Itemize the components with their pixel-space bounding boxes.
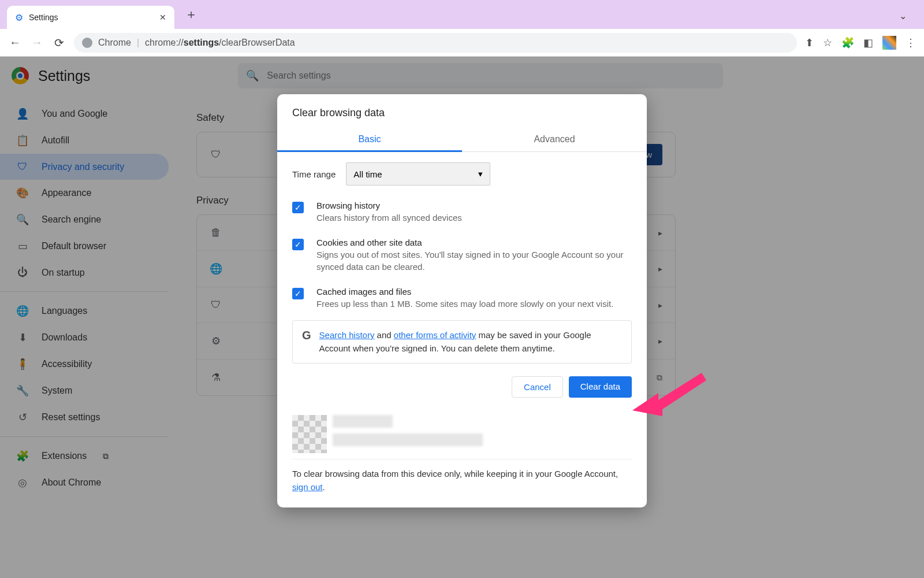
new-tab-button[interactable]: ＋ xyxy=(185,6,198,23)
tab-title: Settings xyxy=(29,13,154,22)
bookmark-star-icon[interactable]: ☆ xyxy=(823,36,832,49)
tab-strip: ⚙ Settings ✕ ＋ ⌄ xyxy=(0,0,924,29)
tab-advanced[interactable]: Advanced xyxy=(462,127,647,151)
toolbar: ← → ⟳ Chrome | chrome://settings/clearBr… xyxy=(0,29,924,57)
forward-button[interactable]: → xyxy=(30,36,44,49)
back-button[interactable]: ← xyxy=(8,36,22,49)
google-g-icon: G xyxy=(302,329,311,343)
browser-tab[interactable]: ⚙ Settings ✕ xyxy=(7,6,174,29)
google-notice-text: Search history and other forms of activi… xyxy=(319,329,622,355)
clear-data-button[interactable]: Clear data xyxy=(569,376,632,398)
kebab-menu-icon[interactable]: ⋮ xyxy=(906,36,916,49)
clear-browsing-data-dialog: Clear browsing data Basic Advanced Time … xyxy=(277,94,647,507)
dropdown-caret-icon: ▾ xyxy=(478,169,483,179)
check-row-1: ✓Cookies and other site dataSigns you ou… xyxy=(292,232,632,281)
omnibox-divider: | xyxy=(137,38,139,48)
site-info-icon[interactable] xyxy=(82,38,92,48)
extensions-puzzle-icon[interactable]: 🧩 xyxy=(841,36,854,49)
address-bar[interactable]: Chrome | chrome://settings/clearBrowserD… xyxy=(74,33,797,53)
check-title: Cached images and files xyxy=(316,287,613,297)
close-tab-icon[interactable]: ✕ xyxy=(159,13,166,22)
tab-basic[interactable]: Basic xyxy=(277,127,462,151)
checkbox[interactable]: ✓ xyxy=(292,288,304,299)
other-activity-link[interactable]: other forms of activity xyxy=(394,330,476,340)
sign-out-footnote: To clear browsing data from this device … xyxy=(277,464,647,502)
dialog-tabs: Basic Advanced xyxy=(277,127,647,152)
time-range-select[interactable]: All time ▾ xyxy=(346,162,490,186)
google-account-notice: G Search history and other forms of acti… xyxy=(292,320,632,364)
checkbox[interactable]: ✓ xyxy=(292,239,304,250)
check-row-2: ✓Cached images and filesFrees up less th… xyxy=(292,281,632,318)
tab-dropdown-icon[interactable]: ⌄ xyxy=(899,10,907,21)
reload-button[interactable]: ⟳ xyxy=(52,36,66,50)
time-range-value: All time xyxy=(353,169,382,179)
profile-avatar[interactable] xyxy=(882,36,896,50)
share-icon[interactable]: ⬆ xyxy=(805,36,814,49)
settings-gear-icon: ⚙ xyxy=(15,12,23,23)
search-history-link[interactable]: Search history xyxy=(319,330,375,340)
sign-out-link[interactable]: sign out xyxy=(292,482,323,492)
check-title: Cookies and other site data xyxy=(316,238,632,247)
cancel-button[interactable]: Cancel xyxy=(512,376,563,398)
check-desc: Clears history from all synced devices xyxy=(316,212,462,224)
check-desc: Frees up less than 1 MB. Some sites may … xyxy=(316,298,613,310)
time-range-label: Time range xyxy=(292,169,336,179)
dialog-title: Clear browsing data xyxy=(277,94,647,127)
check-desc: Signs you out of most sites. You'll stay… xyxy=(316,249,632,273)
account-info-redacted xyxy=(292,415,483,453)
omnibox-url: chrome://settings/clearBrowserData xyxy=(145,38,295,48)
checkbox[interactable]: ✓ xyxy=(292,202,304,213)
omnibox-chrome-label: Chrome xyxy=(98,38,131,48)
check-row-0: ✓Browsing historyClears history from all… xyxy=(292,195,632,232)
sidepanel-icon[interactable]: ◧ xyxy=(863,36,873,49)
check-title: Browsing history xyxy=(316,201,462,210)
